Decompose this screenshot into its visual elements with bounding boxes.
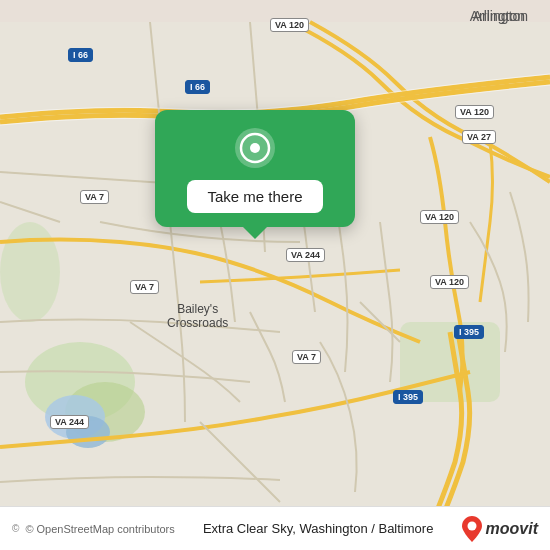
copyright-icon: © <box>12 523 19 534</box>
city-label: Extra Clear Sky, Washington / Baltimore <box>203 521 433 536</box>
svg-point-9 <box>250 143 260 153</box>
map-roads <box>0 0 550 550</box>
take-me-there-button[interactable]: Take me there <box>187 180 322 213</box>
moovit-logo: moovit <box>462 516 538 542</box>
copyright-text: © OpenStreetMap contributors <box>25 523 174 535</box>
map-container: Arlington Bailey'sCrossroads I 66 I 66 V… <box>0 0 550 550</box>
location-pin-icon <box>233 126 277 170</box>
bottom-bar: © © OpenStreetMap contributors Extra Cle… <box>0 506 550 550</box>
bottom-left: © © OpenStreetMap contributors <box>12 523 175 535</box>
svg-point-4 <box>0 222 60 322</box>
moovit-text: moovit <box>486 520 538 538</box>
svg-point-10 <box>467 521 476 530</box>
popup-card: Take me there <box>155 110 355 227</box>
moovit-pin-icon <box>462 516 482 542</box>
svg-point-6 <box>66 416 110 448</box>
